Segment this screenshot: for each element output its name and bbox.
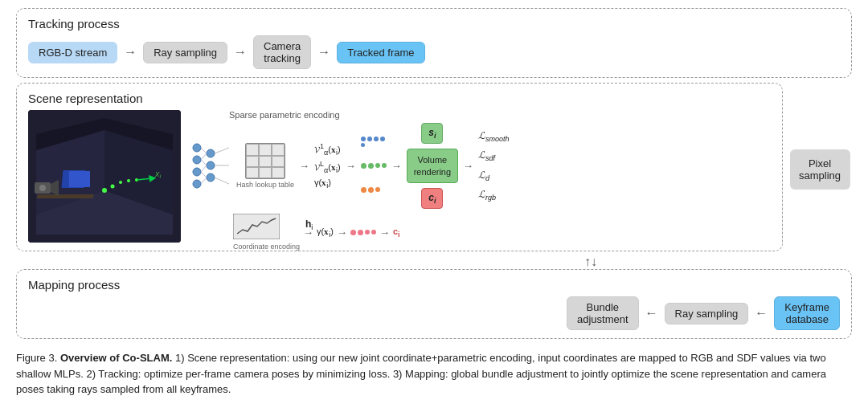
mapping-section: Mapping process Bundleadjustment ← Ray s… xyxy=(16,269,852,339)
arrow-dots-right: → xyxy=(391,160,402,172)
rgb-d-box: RGB-D stream xyxy=(28,42,117,63)
svg-line-29 xyxy=(201,165,207,172)
math-expressions: 𝓥1α(𝐱i) 𝓥Lα(𝐱i) γ(𝐱i) xyxy=(314,142,341,190)
svg-rect-7 xyxy=(69,171,90,187)
coord-enc-label: Coordinate encoding xyxy=(233,243,300,251)
blue-dots xyxy=(361,133,387,152)
arrow-2: → xyxy=(234,45,247,59)
s-box: si xyxy=(421,123,443,144)
network-nodes xyxy=(189,132,233,200)
svg-line-27 xyxy=(201,153,207,160)
c-ref: ci xyxy=(393,226,400,239)
caption-prefix: Figure 3. xyxy=(16,352,60,364)
svg-line-28 xyxy=(201,160,207,165)
tracking-section: Tracking process RGB-D stream → Ray samp… xyxy=(16,8,852,78)
svg-point-24 xyxy=(207,161,215,169)
dot-clusters xyxy=(361,133,387,200)
volume-rendering-box: Volumerendering xyxy=(407,149,458,183)
hash-table xyxy=(245,143,285,179)
encoding-diagram: Sparse parametric encoding xyxy=(189,110,771,232)
keyframe-db-box: Keyframedatabase xyxy=(774,296,840,330)
scene-label: Scene representation xyxy=(28,92,771,105)
svg-point-11 xyxy=(127,179,130,182)
loss-functions: ℒsmooth ℒsdf ℒd ℒrgb xyxy=(478,130,510,202)
svg-line-34 xyxy=(215,178,229,184)
arrow-gamma-bot: → xyxy=(337,226,347,239)
tracking-row: RGB-D stream → Ray sampling → Cameratrac… xyxy=(28,35,840,69)
svg-point-19 xyxy=(193,144,201,152)
svg-point-18 xyxy=(39,185,46,191)
mapping-label: Mapping process xyxy=(28,278,840,292)
tracked-frame-box: Tracked frame xyxy=(337,42,424,63)
bundle-adj-box: Bundleadjustment xyxy=(567,296,639,330)
orange-dots xyxy=(361,181,387,200)
arrow-encoding: → xyxy=(299,160,309,172)
green-dots xyxy=(361,157,387,176)
up-down-arrows: ↑↓ xyxy=(330,255,852,269)
svg-point-8 xyxy=(102,188,107,193)
loss-smooth: ℒsmooth xyxy=(478,130,510,143)
ray-sample-bot-box: Ray sampling xyxy=(665,303,749,324)
scene-section: Scene representation xyxy=(16,83,783,251)
pixel-sampling-col: Pixelsampling xyxy=(788,83,852,256)
caption: Figure 3. Overview of Co-SLAM. 1) Scene … xyxy=(16,350,852,398)
svg-point-20 xyxy=(193,156,201,164)
arrow-mid: → xyxy=(346,160,356,172)
sparse-encoding-label: Sparse parametric encoding xyxy=(229,110,771,120)
scene-3d-image: xi xyxy=(28,110,181,243)
arrow-pink-right: → xyxy=(379,226,390,239)
camera-tracking-box: Cameratracking xyxy=(253,35,311,69)
ray-sample-top-box: Ray sampling xyxy=(143,42,227,63)
arrow-map-2: ← xyxy=(755,306,768,320)
tracking-label: Tracking process xyxy=(28,17,840,31)
arrow-1: → xyxy=(124,45,137,59)
vL-expr: 𝓥Lα(𝐱i) xyxy=(314,160,341,174)
svg-point-10 xyxy=(119,181,122,184)
svg-point-25 xyxy=(207,173,215,182)
gamma-bot-expr: γ(𝐱i) xyxy=(317,226,334,239)
loss-rgb: ℒrgb xyxy=(478,189,510,202)
hash-label: Hash lookup table xyxy=(236,181,294,189)
svg-point-9 xyxy=(111,185,115,189)
coord-encoding-area: Coordinate encoding xyxy=(233,214,300,251)
svg-line-26 xyxy=(201,148,207,153)
arrow-map-1: ← xyxy=(645,306,658,320)
c-box: ci xyxy=(421,188,443,209)
main-container: Tracking process RGB-D stream → Ray samp… xyxy=(16,8,852,398)
gamma-top-expr: γ(𝐱i) xyxy=(314,178,341,190)
pixel-sampling-box: Pixelsampling xyxy=(790,149,850,190)
svg-line-31 xyxy=(201,178,207,184)
v1-expr: 𝓥1α(𝐱i) xyxy=(314,142,341,157)
arrow-3: → xyxy=(317,45,330,59)
pink-dots xyxy=(350,222,376,242)
caption-bold: Overview of Co-SLAM. xyxy=(60,352,172,364)
svg-line-32 xyxy=(215,148,229,153)
svg-point-21 xyxy=(193,168,201,176)
loss-d: ℒd xyxy=(478,169,510,182)
arrow-to-loss: → xyxy=(463,160,473,172)
svg-rect-5 xyxy=(37,194,94,198)
mapping-row: Bundleadjustment ← Ray sampling ← Keyfra… xyxy=(28,296,840,330)
output-boxes: si Volumerendering ci xyxy=(407,123,458,209)
loss-sdf: ℒsdf xyxy=(478,149,510,162)
svg-line-30 xyxy=(201,172,207,178)
hash-lookup: Hash lookup table xyxy=(236,143,294,189)
svg-point-22 xyxy=(193,180,201,188)
svg-point-23 xyxy=(207,149,215,157)
